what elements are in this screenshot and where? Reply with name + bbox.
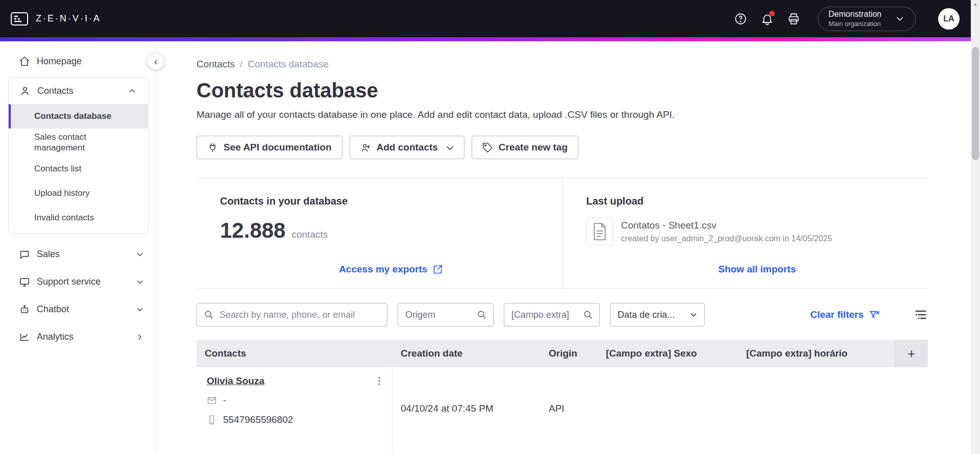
sidebar-item-homepage[interactable]: Homepage <box>0 47 156 75</box>
contact-email-line: - <box>207 395 387 406</box>
avatar[interactable]: LA <box>938 8 960 30</box>
organization-switcher[interactable]: Demonstration Main organization <box>818 7 916 31</box>
contacts-table: Contacts Creation date Origin [Campo ext… <box>197 340 928 454</box>
sidebar-item-analytics[interactable]: Analytics <box>0 323 156 351</box>
link-label: Clear filters <box>810 309 864 320</box>
organization-subtitle: Main organization <box>828 20 881 28</box>
topbar: Z·E·N·V·I·A Demonstrati <box>0 0 971 37</box>
action-buttons: See API documentation Add contacts Creat… <box>197 136 928 159</box>
create-new-tag-button[interactable]: Create new tag <box>472 136 578 159</box>
sidebar-item-label: Contacts list <box>34 164 82 174</box>
contacts-count-title: Contacts in your database <box>220 195 562 207</box>
sidebar-item-label: Contacts database <box>34 111 111 121</box>
add-column-cell <box>894 367 928 454</box>
breadcrumb-contacts[interactable]: Contacts <box>197 59 235 70</box>
column-header-creation-date[interactable]: Creation date <box>393 340 541 367</box>
see-api-documentation-button[interactable]: See API documentation <box>197 136 342 159</box>
contact-phone-line: 5547965596802 <box>207 414 387 425</box>
breadcrumb: Contacts / Contacts database <box>197 59 928 70</box>
column-header-origin[interactable]: Origin <box>541 340 598 367</box>
printer-icon[interactable] <box>787 12 800 26</box>
search-icon <box>476 309 487 320</box>
sidebar-item-sales-contact-management[interactable]: Sales contact management <box>9 129 148 157</box>
add-column-button[interactable]: + <box>894 340 928 367</box>
add-contacts-button[interactable]: Add contacts <box>350 136 464 159</box>
file-document-icon <box>586 217 613 246</box>
creation-date-cell: 04/10/24 at 07:45 PM <box>393 367 541 454</box>
creation-date-filter-select[interactable]: Data de cria... <box>610 303 705 326</box>
clear-filters-link[interactable]: Clear filters <box>810 309 880 320</box>
chevron-down-icon <box>135 305 144 314</box>
scroll-up-arrow[interactable]: ▲ <box>971 0 980 8</box>
sidebar-item-contacts-list[interactable]: Contacts list <box>9 157 148 181</box>
sidebar-item-label: Invalid contacts <box>34 213 94 223</box>
access-my-exports-link[interactable]: Access my exports <box>339 264 443 275</box>
upload-file-name: Contatos - Sheet1.csv <box>621 220 832 231</box>
sidebar-item-label: Chatbot <box>37 304 69 315</box>
sidebar-group-contacts: Contacts Contacts database Sales contact… <box>8 77 149 234</box>
button-label: Create new tag <box>499 142 568 153</box>
contact-name-link[interactable]: Olivia Souza <box>207 375 264 387</box>
table-header-row: Contacts Creation date Origin [Campo ext… <box>197 340 928 367</box>
help-icon[interactable] <box>734 12 747 26</box>
sidebar-item-sales[interactable]: Sales <box>0 241 156 268</box>
chevron-down-icon <box>895 14 905 24</box>
filter-list-icon[interactable] <box>914 308 928 322</box>
chevron-right-icon <box>135 333 144 342</box>
zenvia-logo[interactable]: Z·E·N·V·I·A <box>9 9 101 29</box>
filter-clear-icon <box>869 309 880 320</box>
vertical-scrollbar[interactable]: ▲ <box>971 0 980 454</box>
api-plug-icon <box>207 142 218 153</box>
last-upload-title: Last upload <box>586 195 928 207</box>
selected-accent-bar <box>9 104 11 129</box>
sidebar-item-invalid-contacts[interactable]: Invalid contacts <box>9 206 148 230</box>
search-icon <box>582 309 593 320</box>
column-header-contacts[interactable]: Contacts <box>197 340 393 367</box>
contact-email: - <box>223 395 226 406</box>
sidebar-item-label: Support service <box>37 276 101 287</box>
contacts-count-panel: Contacts in your database 12.888 contact… <box>197 178 562 288</box>
chevron-down-icon <box>689 310 698 320</box>
tag-icon <box>482 142 493 153</box>
export-icon <box>432 264 443 275</box>
last-upload-panel: Last upload Contatos - Sheet1.csv create… <box>562 178 928 288</box>
contact-phone: 5547965596802 <box>223 414 293 425</box>
robot-icon <box>19 304 30 315</box>
sidebar-item-contacts-database[interactable]: Contacts database <box>9 104 148 129</box>
chevron-down-icon <box>135 278 144 287</box>
chevron-down-icon <box>445 143 454 152</box>
search-input[interactable] <box>197 303 387 326</box>
upload-file-meta: created by user_admin_2_prod@uorak.com i… <box>621 234 832 243</box>
kebab-menu-icon[interactable] <box>374 375 385 387</box>
monitor-icon <box>19 276 30 288</box>
envelope-icon <box>207 395 217 406</box>
stats-section: Contacts in your database 12.888 contact… <box>197 178 928 289</box>
sidebar-item-upload-history[interactable]: Upload history <box>9 181 148 206</box>
show-all-imports-link[interactable]: Show all imports <box>718 264 796 275</box>
column-header-extra-horario[interactable]: [Campo extra] horário <box>738 340 894 367</box>
chevron-up-icon <box>128 86 137 95</box>
user-icon <box>19 85 31 96</box>
user-plus-icon <box>360 142 371 153</box>
notifications-bell-icon[interactable] <box>761 12 774 26</box>
contacts-count-unit: contacts <box>291 229 328 240</box>
notification-dot <box>769 11 775 16</box>
sidebar: ‹ Homepage Contacts Contacts database <box>0 41 156 454</box>
contact-cell: Olivia Souza - 5547965596802 <box>197 367 393 454</box>
brand-text: Z·E·N·V·I·A <box>36 13 101 24</box>
sidebar-item-support-service[interactable]: Support service <box>0 268 156 296</box>
search-icon <box>203 309 214 320</box>
button-label: Add contacts <box>377 142 438 153</box>
sidebar-item-contacts[interactable]: Contacts <box>9 78 148 104</box>
main-content: Contacts / Contacts database Contacts da… <box>156 41 971 454</box>
sidebar-item-chatbot[interactable]: Chatbot <box>0 296 156 323</box>
sidebar-item-label: Upload history <box>34 188 90 198</box>
scrollbar-thumb[interactable] <box>972 47 979 160</box>
column-header-extra-sexo[interactable]: [Campo extra] Sexo <box>598 340 738 367</box>
chevron-down-icon <box>135 250 144 259</box>
link-label: Show all imports <box>718 264 796 275</box>
sidebar-collapse-button[interactable]: ‹ <box>147 53 164 70</box>
chat-bubble-icon <box>19 249 30 260</box>
sidebar-item-label: Sales <box>37 249 60 260</box>
zenvia-logo-icon <box>9 9 30 29</box>
